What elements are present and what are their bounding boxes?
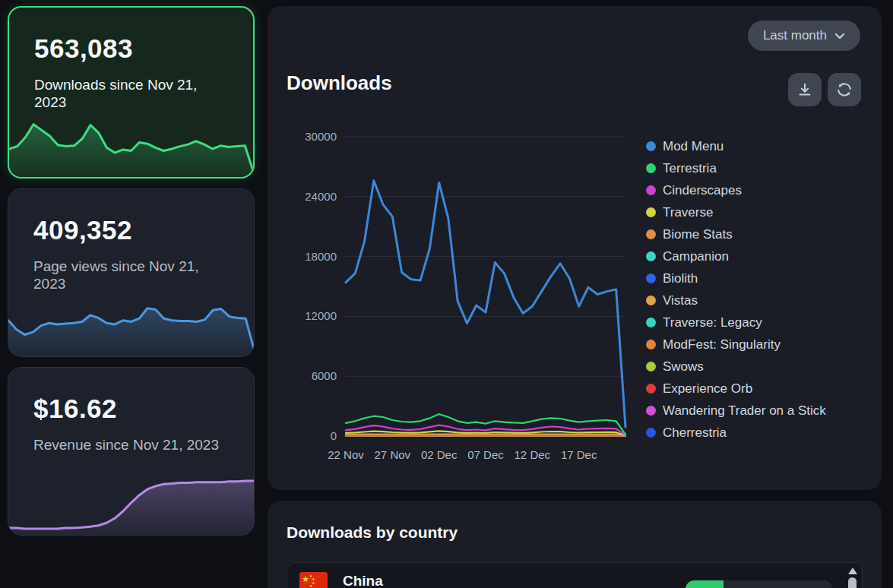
legend-item[interactable]: Biolith [646,267,826,289]
legend-dot [646,163,656,173]
legend-label: Mod Menu [663,139,724,154]
stat-card-downloads[interactable]: 563,083 Downloads since Nov 21, 2023 [8,6,255,179]
legend-label: Vistas [663,293,698,308]
legend-dot [646,296,656,305]
legend-dot [646,273,656,283]
legend-item[interactable]: Swows [646,356,826,378]
legend-label: Traverse: Legacy [663,315,762,330]
legend-dot [646,384,656,394]
legend-label: Biome Stats [663,227,733,242]
stat-value-revenue: $16.62 [33,394,117,424]
legend-dot [646,362,656,371]
legend-label: Campanion [663,249,729,264]
legend-item[interactable]: Cherrestria [646,422,826,444]
stat-value-downloads: 563,083 [34,33,133,64]
svg-text:0: 0 [331,429,337,442]
svg-text:02 Dec: 02 Dec [421,448,458,461]
svg-text:30000: 30000 [305,130,337,143]
country-progress-track [686,580,832,588]
panel-title-country: Downloads by country [287,523,458,542]
stat-label-revenue: Revenue since Nov 21, 2023 [33,436,231,454]
legend-label: Experience Orb [663,381,752,397]
country-progress-fill [686,580,724,588]
legend-label: Terrestria [663,161,717,176]
scrollbar[interactable] [847,565,858,588]
svg-text:17 Dec: 17 Dec [561,448,597,461]
legend-dot [646,406,656,416]
legend-label: ModFest: Singularity [663,337,781,352]
legend-item[interactable]: Biome Stats [646,223,826,245]
legend-label: Traverse [663,205,713,220]
legend-dot [646,428,656,438]
legend-item[interactable]: Traverse: Legacy [646,311,826,334]
country-name: China [343,573,383,588]
svg-text:6000: 6000 [312,369,337,382]
legend-dot [646,207,656,217]
legend-dot [646,229,656,239]
legend-item[interactable]: Experience Orb [646,378,826,400]
chart-legend: Mod MenuTerrestriaCinderscapesTraverseBi… [646,135,826,444]
legend-label: Biolith [663,271,698,286]
legend-item[interactable]: Terrestria [646,157,826,179]
legend-item[interactable]: Traverse [646,201,826,223]
country-panel: Downloads by country ★ ★ ★ ★ ★ China [268,501,882,588]
legend-item[interactable]: Mod Menu [646,135,826,157]
downloads-panel: Last month Downloads 0600012000180002400… [268,6,882,490]
svg-text:22 Nov: 22 Nov [328,448,364,461]
legend-item[interactable]: Cinderscapes [646,179,826,201]
downloads-sparkline [9,105,253,177]
stat-card-revenue[interactable]: $16.62 Revenue since Nov 21, 2023 [8,367,255,536]
svg-text:★: ★ [309,583,313,588]
legend-dot [646,185,656,195]
legend-item[interactable]: ModFest: Singularity [646,334,826,356]
pageviews-sparkline [8,284,254,356]
stat-card-pageviews[interactable]: 409,352 Page views since Nov 21, 2023 [8,188,255,357]
svg-text:★: ★ [302,574,309,583]
svg-text:27 Nov: 27 Nov [375,448,411,461]
legend-item[interactable]: Wandering Trader on a Stick [646,400,826,422]
legend-dot [646,251,656,261]
triangle-up-icon[interactable] [848,567,857,574]
legend-label: Cinderscapes [663,183,742,198]
legend-label: Swows [663,359,704,375]
country-list: ★ ★ ★ ★ ★ China [287,562,863,588]
revenue-sparkline [8,463,254,535]
china-flag-icon: ★ ★ ★ ★ ★ [299,572,328,588]
legend-dot [646,141,656,151]
legend-item[interactable]: Campanion [646,245,826,267]
country-row: ★ ★ ★ ★ ★ China [287,563,862,588]
legend-label: Wandering Trader on a Stick [663,403,826,419]
stat-value-pageviews: 409,352 [33,215,132,245]
svg-text:24000: 24000 [305,190,337,203]
analytics-dashboard: { "stat_cards": [ { "value": "563,083", … [0,0,893,588]
svg-text:12 Dec: 12 Dec [515,448,551,461]
legend-dot [646,340,656,349]
scrollbar-thumb[interactable] [848,577,857,588]
svg-text:18000: 18000 [305,250,337,263]
legend-label: Cherrestria [663,425,727,441]
svg-text:12000: 12000 [305,309,337,322]
legend-item[interactable]: Vistas [646,289,826,311]
svg-text:07 Dec: 07 Dec [467,448,504,461]
legend-dot [646,318,656,327]
